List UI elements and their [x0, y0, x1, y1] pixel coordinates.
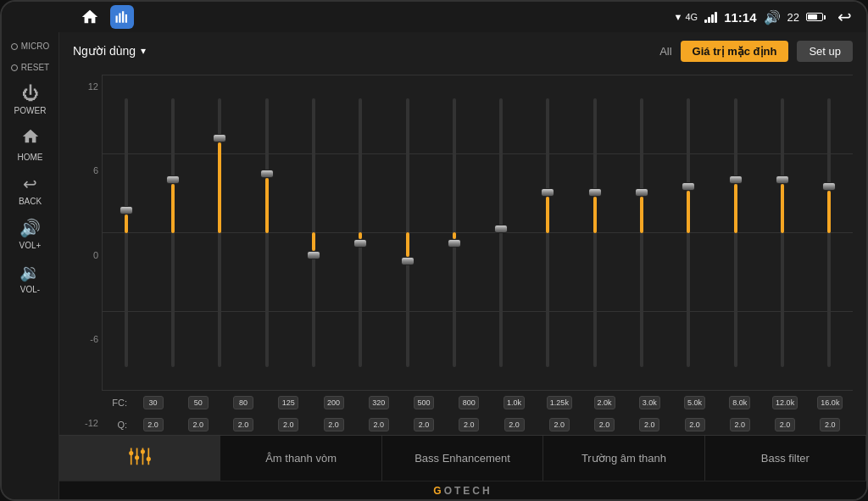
q-val-80: 2.0	[221, 418, 266, 431]
slider-thumb-2.0k[interactable]	[588, 188, 602, 197]
status-bar: ▼ 4G 11:14 🔊 22 ↩	[2, 2, 866, 32]
q-val-5.0k: 2.0	[672, 418, 717, 431]
slider-thumb-12.0k[interactable]	[776, 175, 789, 184]
y-label-neg12: -12	[73, 418, 98, 428]
slider-thumb-16.0k[interactable]	[822, 182, 836, 191]
user-label: Người dùng	[73, 44, 136, 58]
fc-val-1.0k: 1.0k	[492, 396, 537, 409]
fc-values: 3050801252003205008001.0k1.25k2.0k3.0k5.…	[131, 396, 853, 409]
slider-thumb-1.25k[interactable]	[541, 188, 554, 197]
sliders-area: FC: 3050801252003205008001.0k1.25k2.0k3.…	[102, 75, 853, 435]
slider-col-16.0k[interactable]	[806, 75, 853, 391]
slider-track-2.0k[interactable]	[593, 98, 597, 367]
volume-icon: 🔊	[764, 9, 781, 25]
slider-thumb-30[interactable]	[120, 206, 133, 214]
slider-thumb-5.0k[interactable]	[682, 182, 695, 191]
slider-track-1.0k[interactable]	[499, 98, 503, 367]
top-bar: Người dùng ▾ All Giá trị mặc định Set up	[59, 32, 866, 70]
tab-am-thanh-vom[interactable]: Âm thanh vòm	[220, 436, 381, 481]
slider-thumb-125[interactable]	[260, 170, 274, 178]
slider-track-200[interactable]	[312, 98, 315, 367]
slider-col-5.0k[interactable]	[665, 75, 712, 391]
slider-col-1.25k[interactable]	[525, 75, 571, 391]
y-label-6: 6	[73, 165, 98, 175]
slider-col-12.0k[interactable]	[759, 75, 805, 391]
power-label: POWER	[14, 106, 47, 115]
q-val-3.0k: 2.0	[627, 418, 672, 431]
y-label-neg6: -6	[73, 334, 98, 344]
slider-track-16.0k[interactable]	[827, 98, 831, 367]
top-bar-right: All Giá trị mặc định Set up	[659, 41, 853, 62]
slider-col-800[interactable]	[431, 75, 477, 391]
q-val-50: 2.0	[175, 418, 220, 431]
slider-col-50[interactable]	[149, 75, 196, 391]
eq-nav-icon[interactable]	[110, 5, 134, 29]
slider-thumb-800[interactable]	[448, 239, 461, 248]
sidebar-item-reset[interactable]: RESET	[5, 58, 56, 76]
slider-col-125[interactable]	[243, 75, 290, 391]
sidebar-item-vol-minus[interactable]: 🔉 VOL-	[5, 258, 56, 298]
svg-rect-0	[116, 16, 118, 23]
fc-val-80: 80	[221, 396, 266, 409]
sidebar-item-vol-plus[interactable]: 🔊 VOL+	[5, 214, 56, 254]
slider-col-3.0k[interactable]	[618, 75, 665, 391]
slider-track-5.0k[interactable]	[687, 98, 690, 367]
slider-col-200[interactable]	[290, 75, 337, 391]
slider-track-800[interactable]	[453, 98, 456, 367]
tab-bass-filter[interactable]: Bass filter	[705, 436, 866, 481]
slider-thumb-320[interactable]	[353, 239, 367, 248]
home-nav-icon[interactable]	[78, 5, 102, 29]
fc-val-1.25k: 1.25k	[537, 396, 581, 409]
setup-button[interactable]: Set up	[797, 41, 853, 62]
slider-thumb-3.0k[interactable]	[635, 188, 648, 197]
reset-dot	[11, 64, 18, 71]
slider-thumb-500[interactable]	[401, 257, 415, 265]
slider-thumb-80[interactable]	[213, 134, 226, 142]
slider-track-125[interactable]	[265, 98, 269, 367]
slider-track-8.0k[interactable]	[734, 98, 737, 367]
slider-col-2.0k[interactable]	[571, 75, 618, 391]
slider-col-320[interactable]	[337, 75, 384, 391]
back-icon: ↩	[23, 174, 37, 194]
fc-val-3.0k: 3.0k	[627, 396, 672, 409]
slider-track-30[interactable]	[125, 98, 128, 367]
slider-track-80[interactable]	[218, 98, 221, 367]
power-icon: ⏻	[22, 84, 39, 103]
fc-label: FC:	[102, 398, 127, 408]
back-nav-icon[interactable]: ↩	[832, 5, 856, 29]
svg-rect-3	[125, 14, 127, 23]
slider-track-50[interactable]	[171, 98, 175, 367]
slider-track-320[interactable]	[359, 98, 362, 367]
sidebar-item-power[interactable]: ⏻ POWER	[5, 80, 56, 120]
slider-thumb-1.0k[interactable]	[494, 225, 508, 233]
sidebar: MICRO RESET ⏻ POWER HOME ↩ BACK 🔊 VOL+ 🔉…	[2, 32, 59, 499]
slider-col-8.0k[interactable]	[712, 75, 759, 391]
default-button[interactable]: Giá trị mặc định	[681, 41, 789, 62]
micro-dot	[11, 43, 18, 50]
slider-track-3.0k[interactable]	[640, 98, 643, 367]
slider-thumb-8.0k[interactable]	[729, 175, 743, 184]
q-val-125: 2.0	[266, 418, 311, 431]
sidebar-item-home[interactable]: HOME	[5, 123, 56, 166]
slider-col-80[interactable]	[197, 75, 243, 391]
brand-bar: GOTECH	[59, 481, 866, 499]
tab-truong-am-thanh[interactable]: Trường âm thanh	[543, 436, 704, 481]
vol-minus-icon: 🔉	[19, 262, 41, 282]
slider-col-1.0k[interactable]	[478, 75, 525, 391]
q-val-1.0k: 2.0	[492, 418, 537, 431]
slider-col-500[interactable]	[384, 75, 431, 391]
sidebar-item-back[interactable]: ↩ BACK	[5, 170, 56, 210]
q-val-30: 2.0	[131, 418, 175, 431]
tab-eq[interactable]	[59, 436, 220, 481]
slider-thumb-50[interactable]	[166, 175, 180, 184]
slider-track-1.25k[interactable]	[546, 98, 549, 367]
slider-thumb-200[interactable]	[307, 251, 320, 259]
slider-track-12.0k[interactable]	[781, 98, 784, 367]
chevron-down-icon: ▾	[141, 45, 146, 57]
slider-col-30[interactable]	[103, 75, 149, 391]
user-dropdown[interactable]: Người dùng ▾	[73, 44, 146, 58]
sidebar-item-micro[interactable]: MICRO	[5, 37, 56, 55]
slider-track-500[interactable]	[406, 98, 409, 367]
fc-val-800: 800	[447, 396, 492, 409]
tab-bass-enhancement[interactable]: Bass Enhancement	[382, 436, 543, 481]
